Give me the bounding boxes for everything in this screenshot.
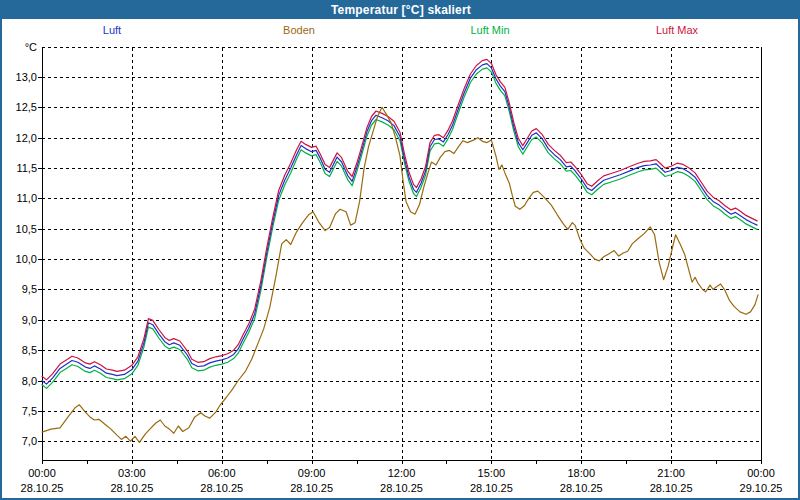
x-tick-time-label: 03:00: [100, 467, 164, 480]
legend-item-luft-min: Luft Min: [470, 24, 509, 36]
x-tick-time-label: 00:00: [729, 467, 793, 480]
y-tick-label: 8,0: [2, 375, 37, 388]
x-tick-time-label: 00:00: [10, 467, 74, 480]
legend-item-boden: Boden: [283, 24, 315, 36]
x-tick-date-label: 28.10.25: [280, 482, 344, 495]
y-tick-label: 10,0: [2, 253, 37, 266]
y-tick-label: 7,5: [2, 405, 37, 418]
y-tick-label: 12,5: [2, 101, 37, 114]
chart-plot: [2, 2, 800, 500]
x-tick-date-label: 29.10.25: [729, 482, 793, 495]
x-tick-time-label: 06:00: [190, 467, 254, 480]
x-tick-time-label: 09:00: [280, 467, 344, 480]
y-tick-label: 7,0: [2, 435, 37, 448]
y-tick-label: 8,5: [2, 344, 37, 357]
x-tick-time-label: 18:00: [549, 467, 613, 480]
y-tick-label: 13,0: [2, 71, 37, 84]
series-luft-max: [42, 59, 757, 380]
app-window: Temperatur [°C] skaliert Luft Boden Luft…: [0, 0, 800, 500]
x-tick-date-label: 28.10.25: [190, 482, 254, 495]
series-boden: [42, 107, 758, 442]
chart-title: Temperatur [°C] skaliert: [331, 3, 471, 17]
x-tick-time-label: 12:00: [370, 467, 434, 480]
x-tick-date-label: 28.10.25: [459, 482, 523, 495]
y-tick-label: 9,5: [2, 283, 37, 296]
series-luft: [42, 64, 757, 385]
title-bar: Temperatur [°C] skaliert: [0, 0, 800, 19]
y-tick-label: 12,0: [2, 132, 37, 145]
y-tick-label: 11,5: [2, 162, 37, 175]
y-axis-unit-label: °C: [2, 41, 37, 54]
x-tick-date-label: 28.10.25: [100, 482, 164, 495]
x-tick-time-label: 21:00: [639, 467, 703, 480]
y-tick-label: 9,0: [2, 314, 37, 327]
y-tick-label: 10,5: [2, 223, 37, 236]
x-tick-date-label: 28.10.25: [10, 482, 74, 495]
x-tick-date-label: 28.10.25: [370, 482, 434, 495]
series-luft-min: [42, 68, 757, 389]
legend-item-luft-max: Luft Max: [656, 24, 698, 36]
x-tick-date-label: 28.10.25: [639, 482, 703, 495]
axis-labels: °C13,012,512,011,511,010,510,09,59,08,58…: [2, 2, 800, 500]
x-tick-time-label: 15:00: [459, 467, 523, 480]
x-tick-date-label: 28.10.25: [549, 482, 613, 495]
legend-item-luft: Luft: [103, 24, 121, 36]
y-tick-label: 11,0: [2, 192, 37, 205]
